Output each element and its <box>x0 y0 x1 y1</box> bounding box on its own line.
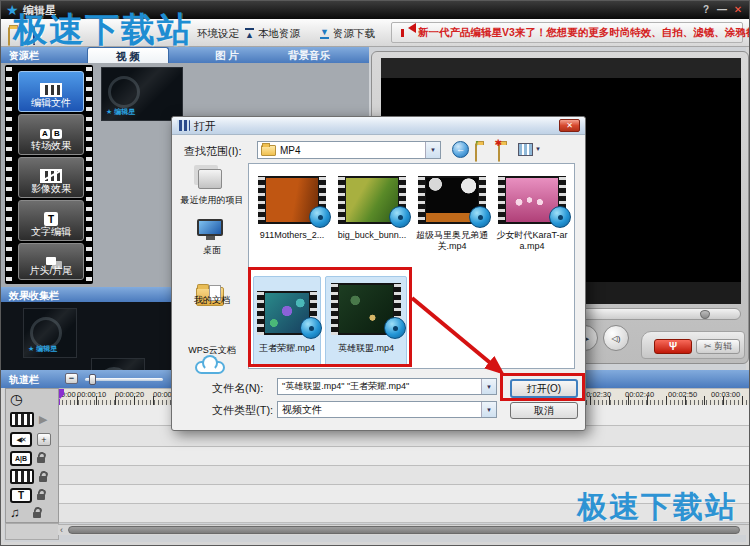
annotation-selected-files-box <box>248 267 412 367</box>
tab-bgm[interactable]: 背景音乐 <box>269 48 349 63</box>
file-name-label: big_buck_bunn... <box>333 230 411 241</box>
file-type-combobox[interactable]: 视频文件 ▼ <box>277 401 497 418</box>
place-wps-cloud[interactable]: WPS云文档 <box>176 345 248 355</box>
scroll-left-arrow[interactable]: ‹ <box>60 525 63 535</box>
ruler-label: 00:02:50 <box>668 390 697 399</box>
unlock-icon[interactable] <box>33 512 41 518</box>
dialog-film-icon <box>177 120 190 131</box>
dialog-close-button[interactable]: ✕ <box>559 119 580 132</box>
volume-button[interactable]: ◁) <box>603 325 629 351</box>
dialog-title-bar[interactable]: 打开 ✕ <box>172 117 585 135</box>
back-button[interactable]: ← <box>452 141 469 158</box>
ruler-label: 00:00:20 <box>115 390 144 399</box>
app-window: ★ 编辑星 ? — ✕ 环境设定 ▲ 本地资源 ▼ 资源下载 新一代产品编辑星V… <box>0 0 750 546</box>
toolbar-item-resource-download[interactable]: 资源下载 <box>333 19 375 47</box>
chevron-down-icon[interactable]: ▼ <box>425 142 440 158</box>
film-effect-icon <box>40 169 62 183</box>
place-desktop[interactable]: 桌面 <box>176 245 248 255</box>
music-note-icon: ♫ <box>10 505 20 520</box>
ruler-label: 00:02:30 <box>582 390 611 399</box>
file-type-value: 视频文件 <box>282 403 322 417</box>
help-button[interactable]: ? <box>699 3 713 17</box>
file-name-combobox[interactable]: "英雄联盟.mp4" "王者荣耀.mp4" ▼ <box>277 378 497 395</box>
new-folder-button[interactable]: ✱ <box>498 143 500 162</box>
zoom-out-button[interactable]: − <box>65 373 78 384</box>
clock-icon: ◷ <box>10 392 22 406</box>
file-item[interactable]: big_buck_bunn... <box>333 176 411 241</box>
close-button[interactable]: ✕ <box>731 3 745 17</box>
look-in-label: 查找范围(I): <box>184 144 241 159</box>
look-in-combobox[interactable]: MP4 ▼ <box>257 141 441 159</box>
unlock-icon[interactable] <box>37 457 45 463</box>
transition-track[interactable] <box>58 447 749 466</box>
sidebar-item-transitions[interactable]: AB 转场效果 <box>18 114 84 155</box>
film-reel-icon <box>389 206 411 228</box>
place-my-documents[interactable]: 我的文档 <box>176 295 248 305</box>
resource-thumbnail[interactable]: ★ 编辑星 <box>101 67 183 121</box>
file-name-label: 少女时代KaraT-ara.mp4 <box>493 230 571 251</box>
cancel-button[interactable]: 取消 <box>510 402 578 419</box>
announcement-text: 新一代产品编辑星V3来了！您想要的更多时尚特效、自拍、滤镜、涂鸦都在这里！ <box>418 23 750 42</box>
sidebar-item-text-edit[interactable]: T 文字编辑 <box>18 200 84 241</box>
clip-button[interactable]: ✂ 剪辑 <box>696 339 740 354</box>
seek-thumb[interactable] <box>700 310 710 319</box>
ruler-label: 00:03:00 <box>711 390 740 399</box>
watermark-top: 极速下载站 <box>13 7 193 53</box>
local-resource-icon: ▲ <box>245 28 254 40</box>
sidebar-item-intro-outro[interactable]: 片头/片尾 <box>18 243 84 280</box>
file-name-field-label: 文件名(N): <box>212 381 263 396</box>
track-audio-row: ◀✕ + <box>6 431 58 448</box>
sidebar-item-video-effects[interactable]: 影像效果 <box>18 157 84 198</box>
film-reel-icon <box>549 206 571 228</box>
chevron-down-icon[interactable]: ▼ <box>535 146 541 152</box>
microphone-button[interactable]: Ψ <box>654 339 692 354</box>
up-arrow-icon: ↑ <box>475 138 480 148</box>
view-menu-button[interactable] <box>518 143 533 156</box>
effect-thumbnail[interactable]: ★ 编辑星 <box>91 358 145 370</box>
speaker-mute-icon: ◀✕ <box>10 432 32 447</box>
add-track-button[interactable]: + <box>37 433 51 446</box>
new-folder-star-icon: ✱ <box>494 138 502 148</box>
text-track-icon: T <box>10 488 32 503</box>
effect-thumbnail[interactable]: ★ 编辑星 <box>23 308 77 358</box>
ruler-label: 00:00:10 <box>77 390 106 399</box>
track-icon-column: ◷ ▶ ◀✕ + A|B T ♫ <box>5 388 59 523</box>
text-icon: T <box>44 212 58 226</box>
file-thumbnail <box>338 176 406 224</box>
minimize-button[interactable]: — <box>715 3 729 17</box>
file-item[interactable]: 超级马里奥兄弟通关.mp4 <box>413 176 491 251</box>
video-track-icon <box>10 412 34 427</box>
toolbar-item-settings[interactable]: 环境设定 <box>197 19 239 47</box>
folder-icon <box>261 145 276 156</box>
chevron-down-icon[interactable]: ▼ <box>481 379 496 394</box>
up-one-level-button[interactable]: ↑ <box>475 143 477 162</box>
timeline-zoom-slider[interactable] <box>85 378 163 381</box>
annotation-open-button-box <box>500 373 585 401</box>
chevron-down-icon[interactable]: ▼ <box>481 402 496 417</box>
track-bar-title: 轨道栏 <box>9 373 39 387</box>
track-effect-row <box>6 468 58 485</box>
timeline-zoom-thumb[interactable] <box>89 374 96 385</box>
toolbar-item-local-resource[interactable]: 本地资源 <box>258 19 300 47</box>
track-clock-row: ◷ <box>6 391 58 407</box>
open-project-icon[interactable] <box>8 27 10 46</box>
file-name-label: 超级马里奥兄弟通关.mp4 <box>413 230 491 251</box>
look-in-value: MP4 <box>280 145 301 156</box>
place-recent[interactable]: 最近使用的项目 <box>176 195 248 205</box>
tab-image[interactable]: 图 片 <box>191 48 263 63</box>
play-track-icon[interactable]: ▶ <box>39 413 47 426</box>
file-item[interactable]: 911Mothers_2... <box>253 176 331 241</box>
track-transition-row: A|B <box>6 450 58 466</box>
sidebar-item-edit-files[interactable]: 编辑文件 <box>18 71 84 112</box>
film-reel-icon <box>309 206 331 228</box>
ab-track-icon: A|B <box>10 451 32 466</box>
unlock-icon[interactable] <box>39 476 47 482</box>
track-title-row: T <box>6 487 58 503</box>
effect-track[interactable] <box>58 466 749 485</box>
resource-download-icon: ▼ <box>320 27 329 39</box>
file-item[interactable]: 少女时代KaraT-ara.mp4 <box>493 176 571 251</box>
ruler-label: 00:02:40 <box>625 390 654 399</box>
watermark-bottom: 极速下载站 <box>577 487 737 528</box>
file-thumbnail <box>418 176 486 224</box>
unlock-icon[interactable] <box>37 494 45 500</box>
